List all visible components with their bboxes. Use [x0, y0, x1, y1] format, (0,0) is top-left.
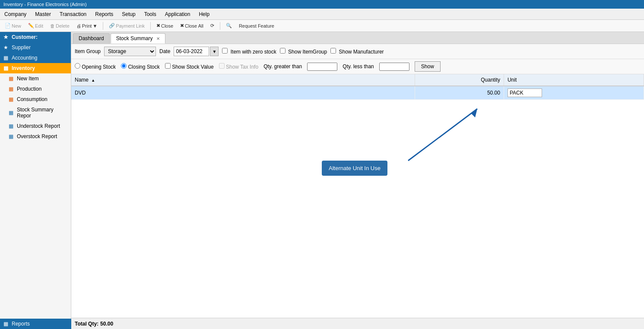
payment-link-icon: 🔗	[109, 23, 115, 28]
close-all-button[interactable]: ✖ Close All	[178, 22, 206, 29]
sidebar-item-accounting[interactable]: ▦ Accounting	[0, 53, 71, 63]
reports-icon: ▦	[3, 321, 10, 327]
sidebar-item-label: Reports	[12, 321, 30, 327]
search-icon: 🔍	[226, 23, 232, 28]
consumption-icon: ▦	[9, 96, 15, 102]
sidebar-item-production[interactable]: ▦ Production	[0, 84, 71, 94]
item-zero-stock-checkbox[interactable]	[222, 48, 228, 54]
show-button[interactable]: Show	[415, 61, 441, 72]
tabs-bar: Dashboard Stock Summary ✕	[71, 32, 644, 44]
cell-unit	[504, 86, 644, 100]
separator-1	[103, 22, 103, 30]
close-button[interactable]: ✖ Close	[154, 22, 175, 29]
show-stock-value-checkbox[interactable]	[165, 63, 171, 69]
table-row[interactable]: DVD 50.00	[71, 86, 644, 100]
delete-icon: 🗑	[50, 23, 55, 28]
total-qty-value: 50.00	[100, 321, 113, 327]
tooltip-box: Alternate Unit In Use	[322, 161, 387, 176]
sidebar-item-label: Inventory	[12, 65, 35, 71]
svg-line-0	[408, 109, 477, 161]
show-manufacturer-label: Show Manufacturer	[330, 48, 384, 55]
new-button[interactable]: 📄 New	[3, 22, 23, 29]
menu-transaction[interactable]: Transaction	[58, 10, 88, 18]
date-input[interactable]	[174, 47, 209, 56]
qty-greater-input[interactable]	[307, 63, 337, 71]
sidebar: ★ Customer: ★ Supplier ▦ Accounting ▦ In…	[0, 32, 71, 329]
sidebar-item-overstock-report[interactable]: ▦ Overstock Report	[0, 131, 71, 142]
show-stock-value-label: Show Stock Value	[165, 63, 214, 70]
show-item-group-checkbox[interactable]	[280, 48, 286, 54]
new-item-icon: ▦	[9, 76, 15, 82]
date-input-group: ▼	[174, 47, 219, 56]
tab-close-icon[interactable]: ✕	[156, 36, 160, 41]
menu-company[interactable]: Company	[3, 10, 28, 18]
sidebar-item-understock-report[interactable]: ▦ Understock Report	[0, 121, 71, 131]
tab-stock-summary[interactable]: Stock Summary ✕	[111, 33, 165, 44]
understock-icon: ▦	[9, 123, 15, 129]
production-icon: ▦	[9, 86, 15, 92]
sidebar-bottom: ▦ Reports	[0, 319, 71, 329]
main-layout: ★ Customer: ★ Supplier ▦ Accounting ▦ In…	[0, 32, 644, 329]
menu-master[interactable]: Master	[33, 10, 53, 18]
payment-link-button[interactable]: 🔗 Payment Link	[107, 22, 147, 29]
delete-button[interactable]: 🗑 Delete	[48, 22, 72, 29]
unit-input[interactable]	[508, 89, 542, 97]
inventory-icon: ▦	[3, 65, 10, 71]
toolbar: 📄 New ✏️ Edit 🗑 Delete 🖨 Print ▼ 🔗 Payme…	[0, 20, 644, 32]
refresh-button[interactable]: ⟳	[208, 22, 216, 29]
menu-tools[interactable]: Tools	[143, 10, 158, 18]
sidebar-item-label: Understock Report	[17, 123, 60, 129]
edit-button[interactable]: ✏️ Edit	[26, 22, 45, 29]
svg-marker-1	[471, 109, 477, 117]
sidebar-section: ★ Customer: ★ Supplier ▦ Accounting ▦ In…	[0, 32, 71, 142]
cell-quantity: 50.00	[415, 86, 504, 100]
print-icon: 🖨	[76, 23, 81, 28]
sidebar-item-label: Customer:	[12, 34, 38, 40]
sidebar-item-label: Stock Summary Repor	[17, 107, 67, 119]
data-table: Name ▲ Quantity Unit DVD 50.0	[71, 74, 644, 100]
menu-help[interactable]: Help	[197, 10, 211, 18]
menu-setup[interactable]: Setup	[120, 10, 137, 18]
show-tax-info-checkbox	[219, 63, 225, 69]
menu-application[interactable]: Application	[163, 10, 192, 18]
request-feature-button[interactable]: Request Feature	[237, 22, 276, 29]
sidebar-item-label: Accounting	[12, 55, 37, 61]
sidebar-item-supplier[interactable]: ★ Supplier	[0, 42, 71, 53]
col-header-unit: Unit	[504, 74, 644, 86]
sort-arrow: ▲	[91, 78, 95, 82]
show-manufacturer-checkbox[interactable]	[330, 48, 336, 54]
date-picker-button[interactable]: ▼	[210, 47, 219, 56]
cell-name: DVD	[71, 86, 415, 100]
search-button[interactable]: 🔍	[224, 22, 234, 29]
sidebar-item-stock-summary-report[interactable]: ▦ Stock Summary Repor	[0, 104, 71, 121]
overstock-icon: ▦	[9, 133, 15, 139]
tab-dashboard-label: Dashboard	[79, 35, 104, 41]
stock-summary-icon: ▦	[9, 110, 15, 116]
sidebar-item-inventory[interactable]: ▦ Inventory	[0, 63, 71, 73]
edit-icon: ✏️	[28, 23, 34, 28]
item-zero-stock-label: Item with zero stock	[222, 48, 276, 55]
col-header-name: Name ▲	[71, 74, 415, 86]
sidebar-item-label: Overstock Report	[17, 133, 57, 139]
tab-dashboard[interactable]: Dashboard	[73, 33, 110, 44]
sidebar-item-label: Consumption	[17, 96, 48, 102]
close-icon: ✖	[156, 23, 160, 28]
show-item-group-label: Show ItemGroup	[280, 48, 327, 55]
sidebar-item-customer[interactable]: ★ Customer:	[0, 32, 71, 42]
opening-stock-radio[interactable]	[75, 63, 80, 69]
tab-stock-summary-label: Stock Summary	[116, 35, 153, 41]
total-qty-label: Total Qty:	[75, 321, 98, 327]
data-table-container: Name ▲ Quantity Unit DVD 50.0	[71, 74, 644, 318]
item-group-select[interactable]: Storage All Electronics	[104, 47, 156, 56]
closing-stock-radio[interactable]	[121, 63, 127, 69]
sidebar-item-consumption[interactable]: ▦ Consumption	[0, 94, 71, 104]
qty-less-input[interactable]	[379, 63, 409, 71]
closing-stock-radio-label: Closing Stock	[121, 63, 160, 70]
menu-reports[interactable]: Reports	[93, 10, 115, 18]
print-button[interactable]: 🖨 Print ▼	[74, 22, 100, 29]
separator-3	[220, 22, 220, 30]
sidebar-item-new-item[interactable]: ▦ New Item	[0, 73, 71, 84]
arrow-svg	[404, 104, 503, 169]
item-group-label: Item Group	[75, 48, 101, 54]
sidebar-item-reports[interactable]: ▦ Reports	[0, 319, 71, 329]
